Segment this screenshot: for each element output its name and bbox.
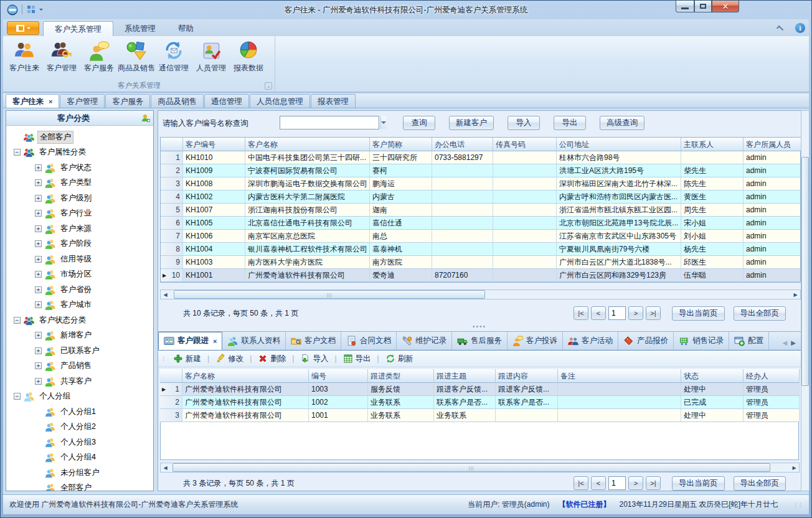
column-header-备注[interactable]: 备注 xyxy=(558,369,681,383)
ribbon-button-人员管理[interactable]: 人员管理 xyxy=(192,37,230,80)
minimize-button[interactable] xyxy=(676,1,694,12)
expand-icon[interactable]: + xyxy=(35,347,42,354)
detail-tab-配置[interactable]: 配置 xyxy=(729,332,769,350)
search-dropdown-button[interactable] xyxy=(380,116,386,129)
first-page-button[interactable]: |< xyxy=(574,476,588,490)
detail-tab-客户文档[interactable]: 客户文档 xyxy=(286,332,341,350)
导出-button[interactable]: 导出 xyxy=(339,352,375,365)
scroll-left-icon[interactable]: ◀ xyxy=(161,290,170,299)
expand-icon[interactable]: + xyxy=(35,332,42,339)
doc-tab-商品及销售[interactable]: 商品及销售 xyxy=(151,94,204,108)
tree-item-个人分组2[interactable]: 个人分组2 xyxy=(6,420,153,435)
column-header-客户编号[interactable]: 客户编号 xyxy=(183,138,245,151)
close-button[interactable]: ✕ xyxy=(712,1,739,12)
tree-item-新增客户[interactable]: +新增客户 xyxy=(6,328,153,344)
expand-icon[interactable]: + xyxy=(35,240,42,247)
last-page-button[interactable]: >| xyxy=(646,476,661,490)
table-row[interactable]: 3广州爱奇迪软件科技有限公司1001业务联系业务联系处理中管理员 xyxy=(160,409,800,422)
tree-item-客户状态分类[interactable]: −客户状态分类 xyxy=(6,313,153,328)
删除-button[interactable]: 删除 xyxy=(254,352,290,365)
tree-item-已联系客户[interactable]: +已联系客户 xyxy=(6,343,153,359)
table-row[interactable]: 8KH1004银川嘉泰神机工程软件技术有限公司嘉泰神机宁夏银川凤凰南街79号六楼… xyxy=(161,243,800,256)
table-row[interactable]: 7KH1006南京军区南京总医院南总江苏省南京市玄武区中山东路305号刘小姐ad… xyxy=(161,230,800,243)
tree-item-客户级别[interactable]: +客户级别 xyxy=(6,191,153,206)
tree-item-客户阶段[interactable]: +客户阶段 xyxy=(6,237,153,252)
detail-tab-产品报价[interactable]: 产品报价 xyxy=(618,332,674,350)
tree-settings-icon[interactable] xyxy=(141,113,151,123)
customer-grid-hscrollbar[interactable]: ◀ ||| ▶ xyxy=(160,290,801,299)
expand-icon[interactable]: + xyxy=(35,256,42,263)
table-row[interactable]: 9KH1003南方医科大学南方医院南方医院广州市白云区广州大道北1838号...… xyxy=(161,256,800,269)
table-row[interactable]: 4KH1002内蒙古医科大学第二附属医院内蒙古内蒙古呼和浩特市回民区内蒙古医..… xyxy=(161,191,800,204)
table-row[interactable]: 2广州爱奇迪软件科技有限公司1002业务联系联系客户是否...联系客户是否...… xyxy=(160,396,800,409)
expand-icon[interactable]: + xyxy=(35,301,42,308)
panel-splitter[interactable]: •••• xyxy=(158,324,801,329)
expand-icon[interactable]: + xyxy=(35,164,42,171)
table-row[interactable]: 5KH1007浙江迦南科技股份有限公司迦南浙江省温州市瓯北镇东瓯工业区园...周… xyxy=(161,204,800,217)
last-page-button[interactable]: >| xyxy=(646,306,661,320)
ribbon-tab-帮助[interactable]: 帮助 xyxy=(167,21,205,36)
export-all-pages-button[interactable]: 导出全部页 xyxy=(734,476,786,491)
detail-tab-联系人资料[interactable]: 联系人资料 xyxy=(222,332,286,350)
detail-tab-客户跟进[interactable]: 客户跟进× xyxy=(158,332,222,350)
expand-icon[interactable]: + xyxy=(35,378,42,385)
expand-icon[interactable]: + xyxy=(35,225,42,232)
导出-button[interactable]: 导出 xyxy=(554,116,586,130)
scroll-left-icon[interactable]: ◀ xyxy=(161,463,170,472)
resize-grip[interactable]: ⋮⋮ xyxy=(793,502,803,508)
column-header-客户所属人员[interactable]: 客户所属人员 xyxy=(744,138,801,151)
registered-link[interactable]: 【软件已注册】 xyxy=(558,499,610,510)
ribbon-button-客户服务[interactable]: 客户服务 xyxy=(80,37,118,80)
tree-item-未分组客户[interactable]: 未分组客户 xyxy=(6,465,153,481)
column-header-跟进类型[interactable]: 跟进类型 xyxy=(368,369,434,383)
collapse-icon[interactable]: − xyxy=(14,317,21,324)
collapse-ribbon-icon[interactable] xyxy=(777,26,783,32)
tree-item-客户类型[interactable]: +客户类型 xyxy=(6,176,153,191)
ribbon-button-商品及销售[interactable]: 商品及销售 xyxy=(118,37,155,80)
tree-item-个人分组[interactable]: −个人分组 xyxy=(6,389,153,405)
first-page-button[interactable]: |< xyxy=(574,306,588,320)
修改-button[interactable]: 修改 xyxy=(212,352,247,365)
prev-page-button[interactable]: < xyxy=(591,476,606,490)
新建客户-button[interactable]: 新建客户 xyxy=(449,116,494,130)
tree-item-市场分区[interactable]: +市场分区 xyxy=(6,267,153,283)
expand-icon[interactable]: + xyxy=(35,362,42,369)
scroll-right-icon[interactable]: ▶ xyxy=(791,290,800,299)
doc-tab-客户管理[interactable]: 客户管理 xyxy=(60,94,105,108)
content-vscrollbar[interactable] xyxy=(801,110,810,491)
tree-item-客户城市[interactable]: +客户城市 xyxy=(6,298,153,313)
ribbon-button-客户管理[interactable]: 客户管理 xyxy=(43,37,80,80)
doc-tab-人员信息管理[interactable]: 人员信息管理 xyxy=(250,94,310,108)
table-row[interactable]: 6KH1005北京嘉信仕通电子科技有限公司嘉信仕通北京市朝阳区北苑路甲13号院北… xyxy=(161,217,800,230)
application-menu-button[interactable] xyxy=(7,21,39,35)
tree-item-客户行业[interactable]: +客户行业 xyxy=(6,206,153,222)
page-number-input[interactable] xyxy=(608,306,626,320)
tab-scroll-right-icon[interactable]: ▶ xyxy=(791,339,796,346)
collapse-icon[interactable]: − xyxy=(14,149,21,156)
tree-item-个人分组4[interactable]: 个人分组4 xyxy=(6,450,153,466)
column-header-经办人[interactable]: 经办人 xyxy=(744,369,800,383)
tree-item-产品销售[interactable]: +产品销售 xyxy=(6,359,153,374)
scroll-thumb[interactable] xyxy=(801,157,809,386)
expand-icon[interactable]: + xyxy=(35,179,42,186)
高级查询-button[interactable]: 高级查询 xyxy=(600,116,644,130)
tree-item-客户属性分类[interactable]: −客户属性分类 xyxy=(6,145,153,161)
export-all-pages-button[interactable]: 导出全部页 xyxy=(734,306,786,321)
column-header-办公电话[interactable]: 办公电话 xyxy=(432,138,493,151)
doc-tab-客户往来[interactable]: 客户往来× xyxy=(6,94,59,108)
expand-icon[interactable]: + xyxy=(35,195,42,202)
column-header-传真号码[interactable]: 传真号码 xyxy=(493,138,557,151)
table-row[interactable]: ▶1广州爱奇迪软件科技有限公司1003服务反馈跟进客户反馈...跟进客户反馈..… xyxy=(160,383,800,396)
新建-button[interactable]: 新建 xyxy=(169,352,205,365)
prev-page-button[interactable]: < xyxy=(591,306,606,320)
close-tab-icon[interactable]: × xyxy=(49,98,52,105)
column-header-跟进主题[interactable]: 跟进主题 xyxy=(434,369,496,383)
ribbon-button-客户往来[interactable]: 客户往来 xyxy=(6,37,43,80)
next-page-button[interactable]: > xyxy=(628,306,643,320)
table-row[interactable]: 1KH1010中国电子科技集团公司第三十四研...三十四研究所0733-5881… xyxy=(161,151,800,164)
detail-tab-维护记录[interactable]: 维护记录 xyxy=(397,332,452,350)
tree-item-客户状态[interactable]: +客户状态 xyxy=(6,160,153,176)
next-page-button[interactable]: > xyxy=(628,476,643,490)
scroll-thumb[interactable]: ||| xyxy=(172,463,770,472)
maximize-button[interactable] xyxy=(694,1,712,12)
